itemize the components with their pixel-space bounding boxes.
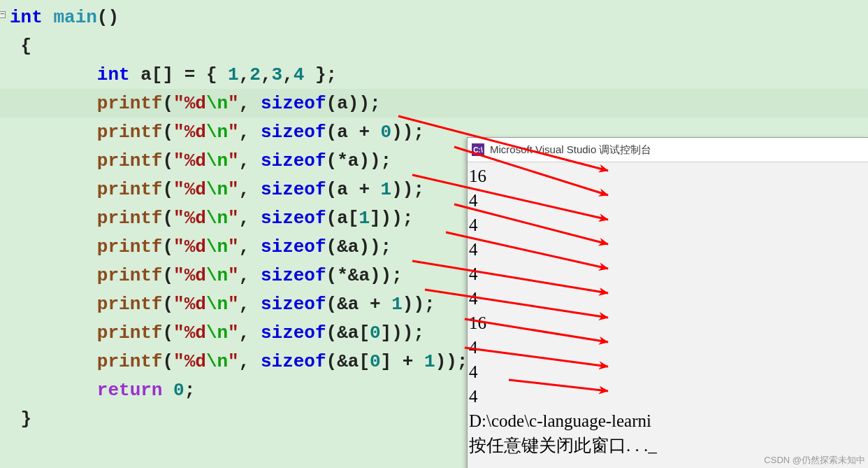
- console-output: 16: [469, 311, 868, 335]
- visual-studio-icon: C:\: [472, 143, 484, 156]
- console-output: 4: [469, 262, 868, 286]
- watermark: CSDN @仍然探索未知中: [764, 454, 865, 467]
- code-line-current: printf("%d\n", sizeof(a));: [0, 89, 868, 118]
- console-window[interactable]: C:\ Microsoft Visual Studio 调试控制台 16 4 4…: [467, 137, 868, 468]
- console-output: 4: [469, 286, 868, 311]
- console-output: 4: [469, 384, 868, 409]
- console-output: 4: [469, 237, 868, 262]
- code-line: − int main(): [0, 3, 868, 31]
- console-output: 4: [469, 335, 868, 360]
- console-output: 16: [469, 164, 868, 188]
- console-path: D:\code\c-language-learni: [469, 409, 868, 433]
- code-line: int a[] = { 1,2,3,4 };: [0, 60, 868, 89]
- console-output: 4: [469, 360, 868, 384]
- console-titlebar[interactable]: C:\ Microsoft Visual Studio 调试控制台: [468, 138, 868, 162]
- collapse-icon[interactable]: −: [0, 11, 6, 18]
- console-output: 4: [469, 188, 868, 213]
- console-output: 4: [469, 213, 868, 237]
- code-line: {: [0, 31, 868, 60]
- console-body: 16 4 4 4 4 4 16 4 4 4 D:\code\c-language…: [468, 162, 868, 458]
- console-title: Microsoft Visual Studio 调试控制台: [490, 143, 651, 157]
